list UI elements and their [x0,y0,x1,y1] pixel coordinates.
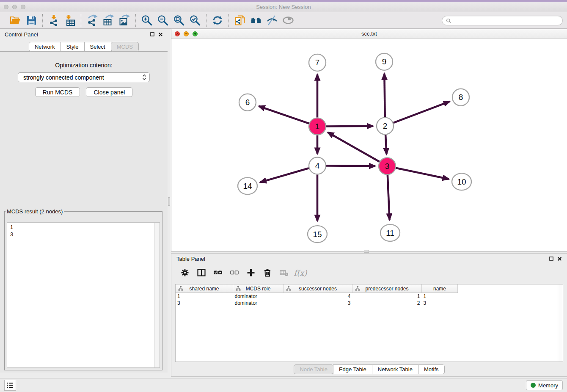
table-cell[interactable]: 2 [352,300,422,306]
export-table-icon[interactable] [102,14,115,27]
export-image-icon[interactable] [118,14,131,27]
split-view-icon[interactable] [196,268,206,278]
open-file-icon[interactable] [9,14,22,27]
tab-edge-table[interactable]: Edge Table [333,364,372,374]
hide-panels-icon[interactable] [266,14,278,27]
network-maximize-icon[interactable] [193,31,198,36]
graph-edge-4-3[interactable] [326,166,375,166]
graph-node-8[interactable]: 8 [452,89,469,106]
graph-node-10[interactable]: 10 [452,173,471,190]
deselect-all-rows-icon[interactable] [229,268,239,278]
table-cell[interactable]: dominator [233,300,284,306]
network-view-window: scc.txt 7968124314101511 [171,29,567,251]
graph-edge-3-10[interactable] [396,168,449,179]
close-panel-icon[interactable] [557,257,562,261]
graph-node-11[interactable]: 11 [380,224,400,241]
split-divider-horizontal[interactable] [171,251,567,253]
graph-edge-3-1[interactable] [328,132,380,162]
column-header-successor-nodes[interactable]: successor nodes [284,284,352,293]
graph-node-1[interactable]: 1 [309,118,326,135]
zoom-fit-icon[interactable] [173,14,185,27]
refresh-view-icon[interactable] [211,14,224,27]
graph-edge-1-2[interactable] [326,126,373,127]
tab-style[interactable]: Style [61,42,85,52]
search-box [442,16,563,25]
network-canvas[interactable]: 7968124314101511 [171,39,567,251]
select-all-rows-icon[interactable] [213,268,223,278]
tab-network[interactable]: Network [29,42,61,52]
table-row[interactable]: 1dominator411 [176,293,458,300]
import-table-icon[interactable] [63,14,76,27]
divider-grip-icon[interactable] [168,197,170,206]
divider-grip-icon[interactable] [364,250,369,253]
zoom-selected-icon[interactable] [189,14,201,27]
home-icon[interactable] [250,14,262,27]
window-titlebar: Session: New Session [0,2,567,12]
optimization-criterion-select[interactable]: strongly connected component [18,72,150,82]
table-row[interactable]: 3dominator323 [176,300,458,306]
split-divider-vertical[interactable] [168,29,171,378]
table-cell[interactable]: 1 [176,293,233,300]
graph-edge-2-8[interactable] [394,102,450,123]
tab-node-table[interactable]: Node Table [294,364,333,374]
zoom-out-icon[interactable] [157,14,169,27]
table-cell[interactable]: 1 [352,293,422,300]
add-row-icon[interactable] [246,268,256,278]
optimization-criterion-value: strongly connected component [23,74,104,81]
node-table: shared nameMCDS rolesuccessor nodesprede… [176,284,458,306]
graph-edge-2-3[interactable] [385,135,386,155]
save-session-icon[interactable] [25,14,38,27]
window-minimize-icon[interactable] [12,5,17,9]
export-network-icon[interactable] [86,14,99,27]
window-close-icon[interactable] [4,5,8,9]
graph-node-3[interactable]: 3 [379,157,396,174]
column-header-MCDS-role[interactable]: MCDS role [233,284,284,293]
table-cell[interactable]: 3 [284,300,352,306]
graph-node-14[interactable]: 14 [238,177,257,194]
column-header-predecessor-nodes[interactable]: predecessor nodes [352,284,422,293]
column-header-shared-name[interactable]: shared name [176,284,233,293]
column-header-name[interactable]: name [422,284,458,293]
graph-node-15[interactable]: 15 [308,226,327,243]
table-cell[interactable]: 3 [176,300,233,306]
memory-button[interactable]: Memory [526,380,563,390]
float-panel-icon[interactable] [150,32,154,36]
graph-edge-2-9[interactable] [384,74,385,117]
float-panel-icon[interactable] [549,257,553,261]
graph-edge-3-11[interactable] [388,175,390,220]
graph-node-6[interactable]: 6 [239,94,256,111]
graph-node-2[interactable]: 2 [377,118,394,135]
table-cell[interactable]: 4 [284,293,352,300]
graph-node-label: 7 [315,58,320,67]
table-cell[interactable]: 3 [422,300,458,306]
table-cell[interactable]: dominator [233,293,284,300]
zoom-in-icon[interactable] [140,14,153,27]
network-minimize-icon[interactable] [184,31,189,36]
run-mcds-button[interactable]: Run MCDS [35,87,80,97]
tab-motifs[interactable]: Motifs [418,364,445,374]
column-type-icon [236,286,241,291]
table-cell[interactable]: 1 [422,293,458,300]
graph-edge-4-14[interactable] [260,168,309,182]
close-panel-button[interactable]: Close panel [86,87,132,97]
search-input[interactable] [454,17,559,24]
graph-node-7[interactable]: 7 [309,54,326,71]
task-history-button[interactable] [4,380,16,391]
table-settings-icon[interactable] [180,268,190,278]
tab-select[interactable]: Select [84,42,111,52]
graph-node-4[interactable]: 4 [309,157,326,174]
network-close-icon[interactable] [175,31,180,36]
close-panel-icon[interactable] [158,32,163,37]
mcds-result-line: 1 [10,224,160,231]
tab-mcds[interactable]: MCDS [111,42,139,52]
mcds-result-box: MCDS result (2 nodes) 13 [4,208,162,370]
graph-edge-1-6[interactable] [259,106,309,124]
delete-row-icon[interactable] [262,268,272,278]
window-zoom-icon[interactable] [21,5,25,9]
control-panel: Control Panel NetworkStyleSelectMCDS Opt… [0,29,168,378]
clone-network-icon[interactable] [234,14,246,27]
graph-node-9[interactable]: 9 [376,53,393,70]
import-network-icon[interactable] [47,14,60,27]
mcds-result-text[interactable]: 13 [7,222,160,368]
tab-network-table[interactable]: Network Table [372,364,418,374]
